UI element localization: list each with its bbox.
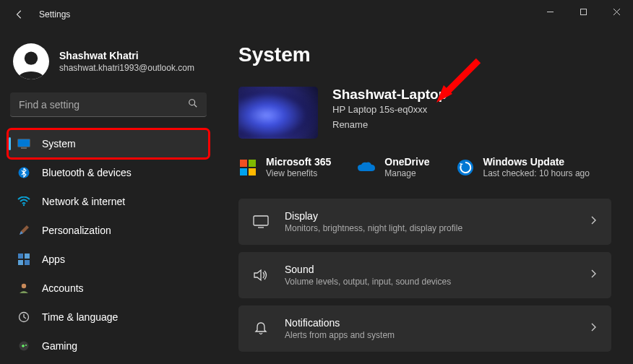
settings-sub: Volume levels, output, input, sound devi… xyxy=(285,277,590,287)
clock-icon xyxy=(17,311,30,324)
back-button[interactable] xyxy=(13,8,26,21)
paintbrush-icon xyxy=(17,224,30,237)
content-area: System Shashwat-Laptop HP Laptop 15s-eq0… xyxy=(217,29,633,364)
window-title: Settings xyxy=(39,9,70,20)
sidebar-item-accounts[interactable]: Accounts xyxy=(9,274,208,302)
service-tiles: Microsoft 365 View benefits OneDrive Man… xyxy=(238,156,611,178)
settings-item-notifications[interactable]: Notifications Alerts from apps and syste… xyxy=(238,306,611,352)
search-box[interactable] xyxy=(10,92,207,117)
svg-rect-1 xyxy=(580,9,586,14)
sidebar: Shashwat Khatri shashwat.khatri1993@outl… xyxy=(0,29,217,364)
settings-sub: Alerts from apps and system xyxy=(285,330,590,340)
device-thumbnail[interactable] xyxy=(238,87,318,139)
svg-point-8 xyxy=(23,204,25,206)
svg-rect-6 xyxy=(21,148,27,149)
accounts-icon xyxy=(17,282,30,295)
sound-icon xyxy=(253,267,269,283)
tile-title: Microsoft 365 xyxy=(266,156,331,168)
chevron-right-icon xyxy=(590,269,597,282)
tile-title: Windows Update xyxy=(483,156,590,168)
avatar xyxy=(13,43,49,79)
sidebar-item-label: Network & internet xyxy=(42,196,125,207)
sidebar-item-bluetooth[interactable]: Bluetooth & devices xyxy=(9,159,208,186)
rename-link[interactable]: Rename xyxy=(332,119,447,130)
tile-sub: Manage xyxy=(384,168,429,178)
sidebar-item-system[interactable]: System xyxy=(9,130,208,157)
bluetooth-icon xyxy=(17,166,30,179)
user-name: Shashwat Khatri xyxy=(59,50,194,61)
sidebar-item-label: Apps xyxy=(42,254,65,265)
search-icon xyxy=(188,98,198,111)
sidebar-item-label: Gaming xyxy=(42,340,77,352)
device-name: Shashwat-Laptop xyxy=(332,87,447,103)
system-icon xyxy=(17,137,30,150)
settings-item-display[interactable]: Display Monitors, brightness, night ligh… xyxy=(238,199,611,245)
svg-rect-18 xyxy=(249,160,256,167)
settings-list: Display Monitors, brightness, night ligh… xyxy=(238,199,611,352)
onedrive-icon xyxy=(357,158,376,177)
sidebar-item-apps[interactable]: Apps xyxy=(9,246,208,273)
page-title: System xyxy=(238,43,611,66)
svg-line-4 xyxy=(194,104,197,107)
sidebar-item-label: System xyxy=(42,138,76,150)
svg-point-13 xyxy=(22,284,26,288)
chevron-right-icon xyxy=(590,322,597,335)
svg-rect-9 xyxy=(18,254,23,259)
wifi-icon xyxy=(17,195,30,208)
tile-sub: Last checked: 10 hours ago xyxy=(483,168,590,178)
sidebar-item-label: Time & language xyxy=(42,311,118,323)
svg-rect-22 xyxy=(254,216,268,225)
svg-point-3 xyxy=(189,99,195,105)
sidebar-item-network[interactable]: Network & internet xyxy=(9,188,208,215)
apps-icon xyxy=(17,253,30,266)
maximize-button[interactable] xyxy=(567,0,600,23)
user-email: shashwat.khatri1993@outlook.com xyxy=(59,63,194,73)
tile-onedrive[interactable]: OneDrive Manage xyxy=(357,156,429,178)
bell-icon xyxy=(253,321,269,337)
sidebar-item-label: Accounts xyxy=(42,282,84,294)
microsoft-icon xyxy=(238,158,257,177)
device-block: Shashwat-Laptop HP Laptop 15s-eq0xxx Ren… xyxy=(238,87,611,139)
sidebar-item-label: Personalization xyxy=(42,225,111,236)
settings-title: Notifications xyxy=(285,317,590,329)
tile-windowsupdate[interactable]: Windows Update Last checked: 10 hours ag… xyxy=(456,156,590,178)
tile-microsoft365[interactable]: Microsoft 365 View benefits xyxy=(238,156,331,178)
svg-rect-17 xyxy=(240,160,247,167)
settings-sub: Monitors, brightness, night light, displ… xyxy=(285,223,590,233)
search-input[interactable] xyxy=(19,99,188,110)
display-icon xyxy=(253,214,269,230)
settings-title: Display xyxy=(285,210,590,222)
minimize-button[interactable] xyxy=(533,0,567,23)
svg-rect-11 xyxy=(18,260,23,265)
window-controls xyxy=(533,0,633,23)
update-icon xyxy=(456,158,475,177)
svg-point-16 xyxy=(25,344,27,346)
device-model: HP Laptop 15s-eq0xxx xyxy=(332,104,447,115)
gaming-icon xyxy=(17,339,30,352)
sidebar-item-label: Bluetooth & devices xyxy=(42,167,132,178)
titlebar: Settings xyxy=(0,0,633,29)
settings-title: Sound xyxy=(285,264,590,275)
sidebar-list: System Bluetooth & devices Network & int… xyxy=(9,130,208,360)
tile-sub: View benefits xyxy=(266,168,331,178)
sidebar-item-time[interactable]: Time & language xyxy=(9,303,208,331)
tile-title: OneDrive xyxy=(384,156,429,168)
svg-rect-19 xyxy=(240,168,247,176)
chevron-right-icon xyxy=(590,215,597,228)
svg-rect-5 xyxy=(18,139,30,147)
user-block[interactable]: Shashwat Khatri shashwat.khatri1993@outl… xyxy=(9,35,208,92)
svg-rect-20 xyxy=(249,168,256,176)
sidebar-item-gaming[interactable]: Gaming xyxy=(9,332,208,360)
sidebar-item-personalization[interactable]: Personalization xyxy=(9,217,208,244)
settings-item-sound[interactable]: Sound Volume levels, output, input, soun… xyxy=(238,252,611,298)
svg-rect-12 xyxy=(25,260,30,265)
svg-point-2 xyxy=(25,52,38,65)
close-button[interactable] xyxy=(600,0,633,23)
svg-rect-10 xyxy=(25,254,30,259)
